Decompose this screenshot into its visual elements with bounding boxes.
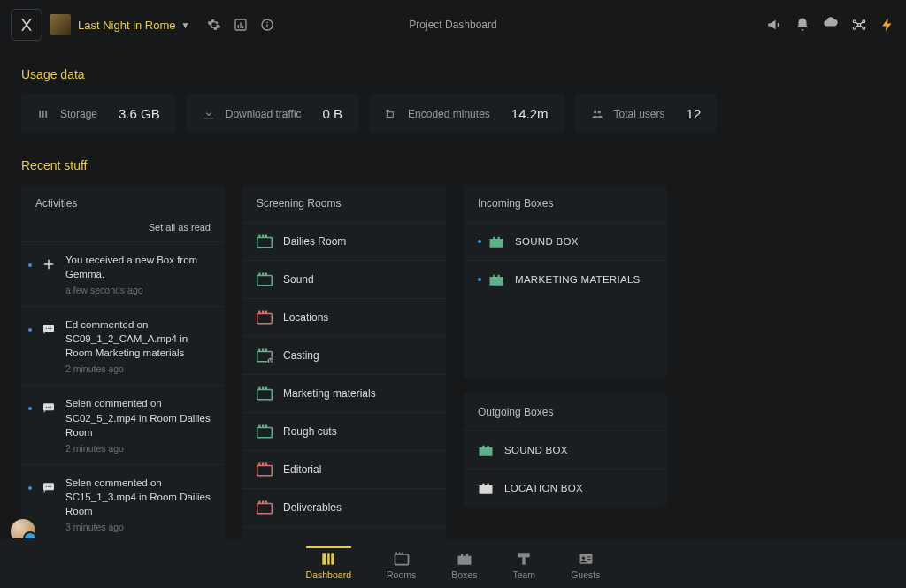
- incoming-boxes-title: Incoming Boxes: [464, 185, 667, 222]
- svg-rect-83: [395, 554, 408, 565]
- room-item[interactable]: Casting: [242, 336, 446, 374]
- nav-rooms[interactable]: Rooms: [387, 546, 416, 580]
- svg-rect-49: [265, 311, 267, 314]
- room-label: Dailies Room: [283, 235, 346, 248]
- nav-dashboard[interactable]: Dashboard: [306, 546, 351, 580]
- unread-dot-icon: [28, 407, 32, 410]
- stat-value: 3.6 GB: [119, 106, 160, 121]
- dashboard-icon: [319, 550, 337, 566]
- nav-guests[interactable]: Guests: [571, 546, 600, 580]
- room-item[interactable]: Locations: [242, 298, 446, 336]
- info-icon[interactable]: [260, 18, 274, 32]
- bolt-icon[interactable]: [879, 17, 895, 33]
- svg-point-20: [48, 328, 49, 329]
- box-label: SOUND BOX: [515, 236, 579, 247]
- room-icon: [257, 310, 273, 325]
- svg-rect-61: [258, 425, 260, 428]
- box-item[interactable]: MARKETING MATERIALS: [464, 260, 667, 298]
- nav-team[interactable]: Team: [512, 546, 535, 580]
- room-label: Rough cuts: [283, 425, 337, 438]
- comment-icon: [39, 398, 58, 417]
- svg-point-24: [48, 407, 49, 408]
- svg-rect-40: [262, 235, 264, 238]
- box-icon: [488, 234, 504, 248]
- svg-point-19: [46, 328, 47, 329]
- gear-icon[interactable]: [207, 18, 221, 32]
- stat-label: Storage: [60, 108, 97, 120]
- comment-icon: [39, 477, 58, 497]
- app-logo[interactable]: [11, 9, 42, 41]
- activity-item[interactable]: Ed commented on SC09_1_2_CAM_A.mp4 in Ro…: [21, 306, 225, 385]
- svg-rect-1: [238, 25, 239, 28]
- room-label: Deliverables: [283, 501, 342, 514]
- network-icon[interactable]: [851, 17, 867, 33]
- project-title[interactable]: Last Night in Rome: [78, 19, 176, 32]
- svg-rect-68: [257, 504, 273, 514]
- room-icon: [257, 386, 273, 401]
- svg-rect-6: [267, 24, 268, 27]
- svg-point-28: [48, 485, 49, 486]
- activity-time: 3 minutes ago: [65, 522, 211, 532]
- room-item[interactable]: Deliverables: [242, 488, 446, 526]
- activity-item[interactable]: Selen commented on SC02_5_2.mp4 in Room …: [21, 385, 225, 463]
- svg-point-27: [46, 485, 47, 486]
- rooms-icon: [393, 550, 411, 566]
- unread-dot-icon: [478, 240, 481, 243]
- unread-dot-icon: [478, 278, 481, 281]
- nav-label: Rooms: [387, 569, 416, 580]
- svg-rect-14: [45, 110, 47, 117]
- activity-time: a few seconds ago: [65, 285, 211, 295]
- svg-rect-58: [262, 387, 264, 390]
- box-item[interactable]: LOCATION BOX: [464, 469, 667, 507]
- room-icon: [257, 348, 273, 363]
- nav-label: Boxes: [451, 569, 477, 580]
- set-all-read-link[interactable]: Set all as read: [149, 222, 211, 233]
- room-item[interactable]: Rough cuts: [242, 412, 446, 450]
- outgoing-boxes-title: Outgoing Boxes: [464, 393, 667, 431]
- nav-boxes[interactable]: Boxes: [451, 546, 477, 580]
- svg-rect-63: [265, 425, 267, 428]
- screening-rooms-title: Screening Rooms: [242, 185, 446, 222]
- chart-icon[interactable]: [234, 18, 248, 32]
- box-item[interactable]: SOUND BOX: [464, 431, 667, 469]
- incoming-boxes-panel: Incoming Boxes SOUND BOX MARKETING MATER…: [464, 185, 667, 378]
- bell-icon[interactable]: [795, 17, 810, 33]
- activity-item[interactable]: Selen commented on SC15_1_3.mp4 in Room …: [21, 464, 225, 543]
- box-item[interactable]: SOUND BOX: [464, 222, 667, 260]
- svg-rect-42: [257, 276, 273, 286]
- room-item[interactable]: Marketing materials: [242, 374, 446, 412]
- nav-label: Dashboard: [306, 569, 351, 580]
- activity-text: Selen commented on SC15_1_3.mp4 in Room …: [65, 476, 211, 518]
- activity-item[interactable]: You received a new Box from Gemma. a few…: [21, 241, 225, 306]
- svg-rect-45: [265, 273, 267, 276]
- svg-rect-12: [39, 110, 41, 117]
- box-label: LOCATION BOX: [504, 483, 583, 493]
- chevron-down-icon[interactable]: ▼: [181, 20, 190, 30]
- stat-label: Encoded minutes: [408, 108, 490, 120]
- plus-icon: [39, 255, 58, 274]
- main-content: Usage data Storage 3.6 GB Download traff…: [0, 50, 906, 577]
- room-icon: [257, 234, 273, 248]
- room-item[interactable]: Sound: [242, 260, 446, 298]
- project-thumbnail[interactable]: [50, 14, 71, 35]
- stat-card: Total users 12: [575, 94, 718, 134]
- svg-rect-86: [587, 557, 590, 558]
- room-icon: [257, 462, 273, 477]
- megaphone-icon[interactable]: [766, 17, 782, 33]
- svg-rect-66: [262, 463, 264, 466]
- users-icon: [591, 108, 603, 120]
- room-icon: [257, 500, 273, 515]
- room-item[interactable]: Dailies Room: [242, 222, 446, 260]
- stat-value: 14.2m: [511, 106, 549, 121]
- cloud-upload-icon[interactable]: [823, 17, 839, 33]
- team-icon: [515, 550, 533, 566]
- box-icon: [478, 443, 494, 457]
- storage-icon: [37, 108, 50, 120]
- boxes-icon: [456, 550, 473, 566]
- svg-point-21: [50, 328, 51, 329]
- svg-rect-57: [258, 387, 260, 390]
- activity-text: Ed commented on SC09_1_2_CAM_A.mp4 in Ro…: [65, 317, 211, 360]
- room-label: Marketing materials: [283, 387, 376, 400]
- stat-card: Encoded minutes 14.2m: [369, 94, 564, 134]
- room-item[interactable]: Editorial: [242, 450, 446, 488]
